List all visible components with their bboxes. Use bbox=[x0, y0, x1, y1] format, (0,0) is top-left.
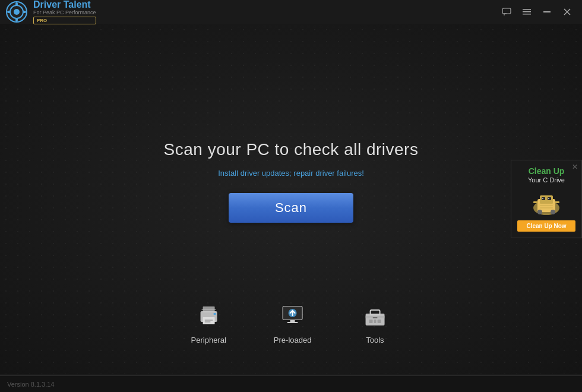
svg-rect-8 bbox=[523, 9, 531, 10]
cleanup-title-line1: Clean Up bbox=[528, 166, 565, 176]
svg-rect-39 bbox=[548, 198, 549, 199]
svg-rect-4 bbox=[15, 18, 18, 21]
menu-button[interactable] bbox=[518, 5, 536, 19]
chat-button[interactable] bbox=[498, 5, 515, 19]
cleanup-svg-icon bbox=[526, 187, 567, 217]
status-bar: Version 8.1.3.14 bbox=[0, 375, 582, 392]
svg-rect-24 bbox=[290, 320, 295, 322]
svg-rect-44 bbox=[540, 203, 553, 204]
app-subtitle: For Peak PC Performance bbox=[33, 10, 96, 16]
cleanup-close-button[interactable]: ✕ bbox=[572, 163, 578, 171]
svg-rect-9 bbox=[523, 11, 531, 12]
svg-rect-46 bbox=[540, 207, 553, 208]
svg-point-40 bbox=[537, 210, 542, 214]
svg-rect-11 bbox=[543, 11, 551, 12]
version-label: Version 8.1.3.14 bbox=[7, 381, 55, 388]
svg-rect-38 bbox=[542, 198, 543, 199]
svg-rect-45 bbox=[540, 205, 553, 206]
peripheral-icon bbox=[194, 301, 223, 329]
logo-text: Driver Talent For Peak PC Performance PR… bbox=[33, 0, 96, 24]
subheading-prefix: Install bbox=[218, 169, 241, 178]
cleanup-now-button[interactable]: Clean Up Now bbox=[517, 220, 575, 232]
title-bar: Driver Talent For Peak PC Performance PR… bbox=[0, 0, 582, 24]
svg-rect-42 bbox=[533, 201, 538, 203]
svg-rect-7 bbox=[502, 8, 511, 14]
bottom-icon-row: Peripheral Pre-loaded bbox=[191, 299, 391, 344]
scan-button[interactable]: Scan bbox=[229, 193, 353, 223]
peripheral-icon-box bbox=[192, 299, 224, 331]
cleanup-title-line2: Your C Drive bbox=[528, 176, 565, 184]
svg-rect-3 bbox=[15, 2, 18, 6]
preloaded-label: Pre-loaded bbox=[274, 336, 312, 344]
svg-rect-32 bbox=[377, 320, 381, 323]
preloaded-icon-box bbox=[277, 299, 309, 331]
svg-rect-29 bbox=[372, 317, 377, 318]
tools-label: Tools bbox=[366, 336, 384, 344]
app-name: Driver Talent bbox=[33, 0, 96, 10]
tools-icon bbox=[360, 301, 389, 329]
subheading-link: driver updates bbox=[241, 169, 289, 178]
logo-area: Driver Talent For Peak PC Performance PR… bbox=[6, 0, 96, 24]
cleanup-icon bbox=[523, 187, 570, 217]
svg-rect-18 bbox=[204, 321, 210, 323]
main-heading: Scan your PC to check all drivers bbox=[164, 140, 419, 159]
tools-icon-box bbox=[359, 299, 391, 331]
cleanup-title: Clean Up Your C Drive bbox=[528, 166, 565, 184]
preloaded-icon-item[interactable]: Pre-loaded bbox=[274, 299, 312, 344]
svg-rect-10 bbox=[523, 14, 531, 15]
peripheral-icon-item[interactable]: Peripheral bbox=[191, 299, 226, 344]
center-panel: Scan your PC to check all drivers Instal… bbox=[164, 140, 419, 223]
main-content: Scan your PC to check all drivers Instal… bbox=[0, 24, 582, 374]
tools-icon-item[interactable]: Tools bbox=[359, 299, 391, 344]
svg-rect-30 bbox=[369, 320, 372, 323]
svg-point-2 bbox=[14, 9, 20, 15]
minimize-button[interactable] bbox=[538, 5, 556, 19]
cleanup-banner: ✕ Clean Up Your C Drive bbox=[511, 160, 582, 238]
logo-icon bbox=[6, 1, 27, 23]
svg-rect-25 bbox=[287, 322, 298, 323]
svg-rect-20 bbox=[201, 309, 216, 310]
subheading-suffix: ; repair driver failures! bbox=[289, 169, 364, 178]
preloaded-icon bbox=[279, 301, 307, 329]
window-controls bbox=[498, 5, 576, 19]
svg-rect-6 bbox=[23, 11, 26, 13]
svg-rect-5 bbox=[7, 11, 11, 13]
pro-badge: PRO bbox=[33, 17, 96, 24]
main-subheading: Install driver updates; repair driver fa… bbox=[218, 169, 364, 178]
svg-point-41 bbox=[551, 210, 555, 214]
close-button[interactable] bbox=[558, 5, 576, 19]
svg-rect-31 bbox=[374, 320, 376, 323]
peripheral-label: Peripheral bbox=[191, 336, 226, 344]
svg-rect-17 bbox=[204, 320, 213, 321]
svg-rect-43 bbox=[555, 201, 559, 203]
svg-rect-19 bbox=[213, 313, 216, 315]
